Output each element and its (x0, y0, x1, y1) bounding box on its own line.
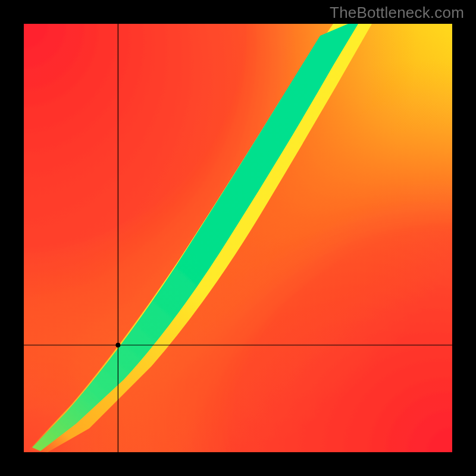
bottleneck-heatmap (24, 24, 452, 452)
watermark-text: TheBottleneck.com (330, 4, 464, 22)
heatmap-canvas (24, 24, 452, 452)
chart-frame: TheBottleneck.com (0, 0, 476, 476)
crosshair-marker (115, 343, 120, 347)
